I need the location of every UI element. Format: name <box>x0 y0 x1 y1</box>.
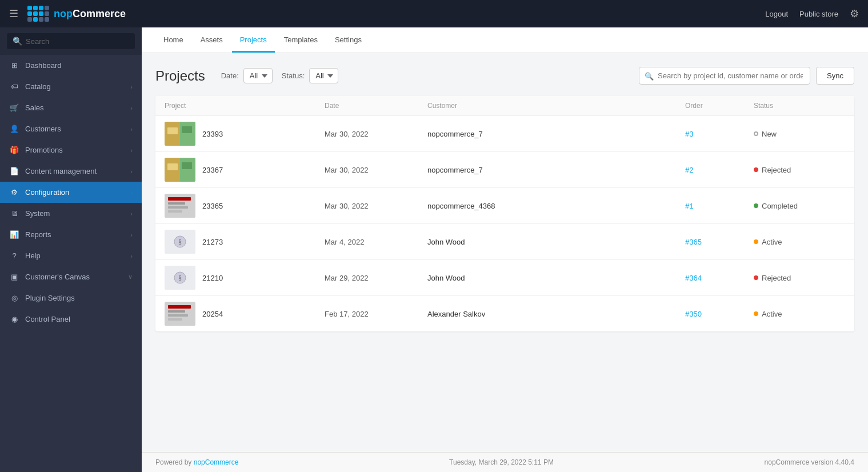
status-cell: Rejected <box>754 166 845 174</box>
table-row[interactable]: 23393 Mar 30, 2022 nopcommerce_7 #3 New <box>155 116 854 152</box>
customer-cell: nopcommerce_7 <box>427 166 685 174</box>
table-row[interactable]: 20254 Feb 17, 2022 Alexander Salkov #350… <box>155 296 854 331</box>
tab-projects[interactable]: Projects <box>232 27 275 53</box>
order-link[interactable]: #2 <box>685 166 693 174</box>
dashboard-icon: ⊞ <box>9 61 19 70</box>
svg-rect-22 <box>168 314 188 317</box>
project-search-wrap: 🔍 <box>639 67 810 85</box>
order-link[interactable]: #1 <box>685 202 693 210</box>
footer-powered-by: Powered by nopCommerce <box>155 458 238 466</box>
sidebar-item-customers[interactable]: 👤 Customers › <box>0 118 142 139</box>
sales-icon: 🛒 <box>9 103 19 112</box>
sidebar-item-content-management[interactable]: 📄 Content management › <box>0 161 142 182</box>
status-cell: Active <box>754 310 845 318</box>
projects-header: Projects Date: All Status: All 🔍 <box>155 67 854 85</box>
thumb-svg: § <box>165 266 195 290</box>
project-search-input[interactable] <box>639 67 810 85</box>
table-row[interactable]: § 21210 Mar 29, 2022 John Wood #364 Reje… <box>155 260 854 296</box>
brand-logo: nopCommerce <box>27 6 126 22</box>
sidebar-item-catalog[interactable]: 🏷 Catalog › <box>0 76 142 97</box>
project-id: 20254 <box>202 310 223 318</box>
project-thumbnail <box>165 194 195 218</box>
sidebar-item-configuration[interactable]: ⚙ Configuration › <box>0 182 142 203</box>
date-cell: Mar 29, 2022 <box>325 274 427 282</box>
project-cell: 23367 <box>165 158 325 182</box>
sidebar-search-icon: 🔍 <box>13 37 22 46</box>
thumb-svg <box>165 194 195 218</box>
logo-dot <box>33 6 38 10</box>
footer: Powered by nopCommerce Tuesday, March 29… <box>142 452 868 472</box>
help-icon: ? <box>9 251 19 260</box>
project-thumbnail <box>165 302 195 326</box>
sidebar-item-control-panel[interactable]: ◉ Control Panel <box>0 309 142 330</box>
canvas-icon: ▣ <box>9 273 19 281</box>
sidebar-item-promotions[interactable]: 🎁 Promotions › <box>0 139 142 161</box>
date-filter-label: Date: <box>221 71 239 80</box>
status-filter-select[interactable]: All <box>309 68 338 83</box>
sidebar-item-plugin-settings[interactable]: ◎ Plugin Settings <box>0 287 142 309</box>
tab-home[interactable]: Home <box>155 27 191 53</box>
status-label: Completed <box>762 202 798 210</box>
logo-dots <box>27 6 49 22</box>
logo-dot <box>45 17 49 22</box>
col-customer: Customer <box>427 102 685 110</box>
sync-button[interactable]: Sync <box>816 67 854 85</box>
table-row[interactable]: 23367 Mar 30, 2022 nopcommerce_7 #2 Reje… <box>155 152 854 188</box>
order-link[interactable]: #350 <box>685 310 702 318</box>
table-row[interactable]: 23365 Mar 30, 2022 nopcommerce_4368 #1 C… <box>155 188 854 224</box>
date-cell: Mar 30, 2022 <box>325 202 427 210</box>
sidebar-item-label: Customers <box>25 125 125 133</box>
sidebar-item-sales[interactable]: 🛒 Sales › <box>0 97 142 118</box>
project-thumbnail: § <box>165 230 195 254</box>
status-label: Rejected <box>762 274 791 282</box>
sidebar-item-label: Reports <box>25 230 125 239</box>
sidebar-search-inner: 🔍 <box>7 33 135 49</box>
order-link[interactable]: #364 <box>685 274 702 282</box>
date-cell: Mar 30, 2022 <box>325 166 427 174</box>
sidebar-item-system[interactable]: 🖥 System › <box>0 203 142 224</box>
sidebar-item-customers-canvas[interactable]: ▣ Customer's Canvas ∨ <box>0 266 142 287</box>
date-cell: Mar 30, 2022 <box>325 130 427 138</box>
sidebar-item-label: Plugin Settings <box>25 294 133 302</box>
tab-assets[interactable]: Assets <box>193 27 231 53</box>
thumb-svg <box>165 158 195 182</box>
chevron-right-icon: › <box>130 168 133 175</box>
search-input[interactable] <box>26 37 129 46</box>
tab-templates[interactable]: Templates <box>276 27 326 53</box>
sidebar-item-label: Help <box>25 251 125 260</box>
logo-dot <box>39 11 43 16</box>
hamburger-icon[interactable]: ☰ <box>9 7 18 20</box>
tab-settings[interactable]: Settings <box>327 27 370 53</box>
chevron-right-icon: › <box>130 253 133 259</box>
chevron-right-icon: › <box>130 231 133 238</box>
sidebar-item-label: Customer's Canvas <box>25 273 122 281</box>
order-link[interactable]: #3 <box>685 130 693 138</box>
search-area: 🔍 Sync <box>639 67 854 85</box>
status-dot <box>754 167 758 172</box>
nopcommerce-link[interactable]: nopCommerce <box>194 458 239 466</box>
powered-by-text: Powered by <box>155 458 191 466</box>
status-filter-label: Status: <box>282 71 305 80</box>
order-link[interactable]: #365 <box>685 238 702 246</box>
status-dot <box>754 311 758 316</box>
order-cell: #2 <box>685 166 754 174</box>
public-store-link[interactable]: Public store <box>799 10 838 18</box>
logo-dot <box>33 11 38 16</box>
sidebar-item-dashboard[interactable]: ⊞ Dashboard <box>0 55 142 76</box>
svg-text:§: § <box>178 239 182 245</box>
logout-link[interactable]: Logout <box>765 10 788 18</box>
svg-rect-9 <box>168 197 191 201</box>
control-panel-icon: ◉ <box>9 315 19 323</box>
sidebar-item-label: Control Panel <box>25 315 133 323</box>
sidebar-item-label: System <box>25 209 125 218</box>
project-id: 21210 <box>202 274 223 282</box>
settings-icon[interactable]: ⚙ <box>850 7 859 20</box>
sidebar-item-reports[interactable]: 📊 Reports › <box>0 224 142 245</box>
table-row[interactable]: § 21273 Mar 4, 2022 John Wood #365 Activ… <box>155 224 854 260</box>
search-icon: 🔍 <box>645 71 654 80</box>
sidebar-search-container: 🔍 <box>0 27 142 55</box>
topbar: ☰ nopCommerce Logout Public store ⚙ <box>0 0 868 27</box>
sidebar-item-help[interactable]: ? Help › <box>0 245 142 266</box>
project-cell: § 21210 <box>165 266 325 290</box>
date-filter-select[interactable]: All <box>243 68 273 83</box>
